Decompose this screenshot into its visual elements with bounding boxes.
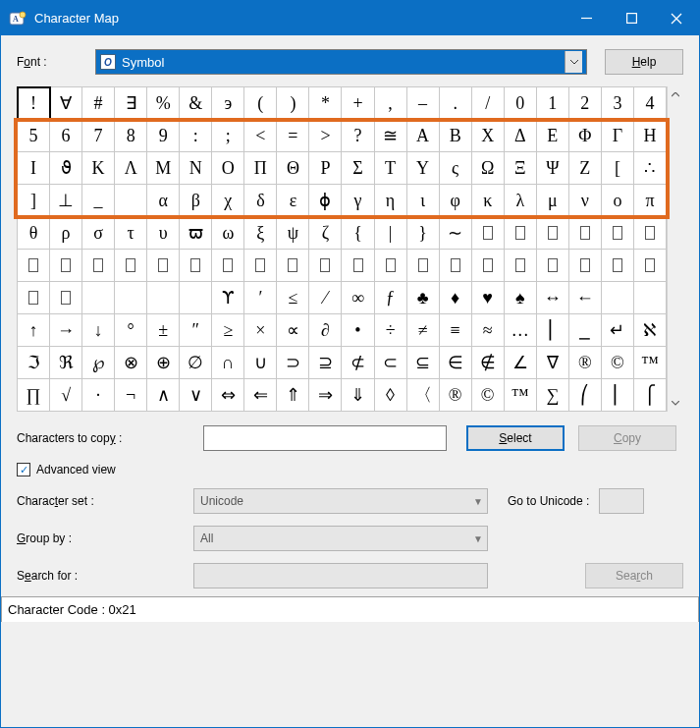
goto-input[interactable] (599, 488, 644, 514)
char-cell[interactable]: ω (212, 217, 244, 250)
char-cell[interactable]: ϖ (180, 217, 212, 250)
char-cell[interactable]: * (309, 87, 342, 120)
char-cell[interactable]: ⎛ (569, 379, 602, 412)
advanced-checkbox[interactable]: ✓ Advanced view (17, 463, 116, 476)
char-cell[interactable]: ! (18, 87, 50, 120)
help-button[interactable]: Help (605, 49, 683, 75)
char-cell[interactable]: – (407, 87, 440, 120)
char-cell[interactable]: ( (244, 87, 277, 120)
char-cell[interactable]: σ (82, 217, 115, 250)
char-cell[interactable]: 2 (569, 87, 602, 120)
char-cell[interactable]: ϑ (50, 152, 82, 185)
char-cell[interactable]: ∠ (505, 347, 537, 379)
char-cell[interactable] (602, 217, 634, 250)
char-cell[interactable]: 5 (18, 120, 50, 152)
char-cell[interactable]: π (634, 185, 667, 217)
char-cell[interactable]: # (82, 87, 115, 120)
char-cell[interactable]: ∑ (537, 379, 569, 412)
char-cell[interactable]: ⎯ (569, 314, 602, 347)
char-cell[interactable]: β (180, 185, 212, 217)
char-cell[interactable] (18, 250, 50, 282)
char-cell[interactable]: ρ (50, 217, 82, 250)
char-cell[interactable] (602, 250, 634, 282)
char-cell[interactable]: [ (602, 152, 634, 185)
char-cell[interactable] (50, 282, 82, 314)
char-cell[interactable]: ± (147, 314, 180, 347)
char-cell[interactable] (634, 250, 667, 282)
char-cell[interactable]: Θ (277, 152, 309, 185)
font-select[interactable]: O Symbol (95, 49, 587, 75)
maximize-button[interactable] (609, 1, 654, 35)
char-cell[interactable]: ¬ (115, 379, 147, 412)
char-cell[interactable]: ◊ (375, 379, 407, 412)
char-cell[interactable]: ′ (244, 282, 277, 314)
char-cell[interactable]: Λ (115, 152, 147, 185)
char-cell[interactable]: Μ (147, 152, 180, 185)
char-cell[interactable]: Ξ (505, 152, 537, 185)
char-cell[interactable]: Χ (472, 120, 505, 152)
char-cell[interactable]: ™ (634, 347, 667, 379)
char-cell[interactable]: ⁄ (309, 282, 342, 314)
char-cell[interactable]: ∧ (147, 379, 180, 412)
char-cell[interactable]: ζ (309, 217, 342, 250)
char-cell[interactable]: © (602, 347, 634, 379)
char-cell[interactable]: { (342, 217, 374, 250)
character-grid[interactable]: !∀#∃%&э()*+,–./0123456789:;<=>?≅ΑΒΧΔΕΦΓΗ… (17, 86, 667, 412)
char-cell[interactable]: ≠ (407, 314, 440, 347)
char-cell[interactable]: ♥ (472, 282, 505, 314)
char-cell[interactable]: ν (569, 185, 602, 217)
char-cell[interactable]: ℜ (50, 347, 82, 379)
char-cell[interactable]: γ (342, 185, 374, 217)
char-cell[interactable]: ® (440, 379, 472, 412)
char-cell[interactable] (634, 282, 667, 314)
char-cell[interactable]: Ψ (537, 152, 569, 185)
char-cell[interactable]: ξ (244, 217, 277, 250)
char-cell[interactable]: κ (472, 185, 505, 217)
char-cell[interactable]: ∇ (537, 347, 569, 379)
char-cell[interactable]: ♠ (505, 282, 537, 314)
char-cell[interactable] (180, 282, 212, 314)
char-cell[interactable]: ∨ (180, 379, 212, 412)
char-cell[interactable]: Υ (407, 152, 440, 185)
groupby-combo[interactable]: All ▼ (193, 526, 488, 551)
char-cell[interactable]: ƒ (375, 282, 407, 314)
char-cell[interactable]: ℘ (82, 347, 115, 379)
char-cell[interactable]: ∂ (309, 314, 342, 347)
char-cell[interactable]: • (342, 314, 374, 347)
chevron-down-icon[interactable] (565, 51, 582, 73)
char-cell[interactable]: μ (537, 185, 569, 217)
char-cell[interactable] (537, 250, 569, 282)
char-cell[interactable]: √ (50, 379, 82, 412)
char-cell[interactable]: ∀ (50, 87, 82, 120)
scrollbar[interactable] (667, 86, 683, 412)
scroll-down-icon[interactable] (668, 395, 683, 412)
char-cell[interactable]: Γ (602, 120, 634, 152)
copy-button[interactable]: Copy (578, 425, 676, 451)
char-cell[interactable]: ≡ (440, 314, 472, 347)
char-cell[interactable] (82, 282, 115, 314)
char-cell[interactable]: ϕ (309, 185, 342, 217)
char-cell[interactable] (212, 250, 244, 282)
char-cell[interactable] (115, 250, 147, 282)
char-cell[interactable]: ° (115, 314, 147, 347)
char-cell[interactable]: ∪ (244, 347, 277, 379)
minimize-button[interactable] (564, 1, 609, 35)
char-cell[interactable]: ι (407, 185, 440, 217)
char-cell[interactable]: Η (634, 120, 667, 152)
char-cell[interactable]: _ (82, 185, 115, 217)
char-cell[interactable]: Ρ (309, 152, 342, 185)
char-cell[interactable]: 9 (147, 120, 180, 152)
char-cell[interactable]: ψ (277, 217, 309, 250)
char-cell[interactable]: Ε (537, 120, 569, 152)
char-cell[interactable]: ? (342, 120, 374, 152)
char-cell[interactable]: Κ (82, 152, 115, 185)
char-cell[interactable]: ο (602, 185, 634, 217)
char-cell[interactable] (375, 250, 407, 282)
char-cell[interactable]: ♦ (440, 282, 472, 314)
char-cell[interactable]: ⎜ (537, 314, 569, 347)
char-cell[interactable]: δ (244, 185, 277, 217)
char-cell[interactable]: ↵ (602, 314, 634, 347)
char-cell[interactable]: ≅ (375, 120, 407, 152)
char-cell[interactable]: ⎧ (634, 379, 667, 412)
char-cell[interactable] (472, 217, 505, 250)
